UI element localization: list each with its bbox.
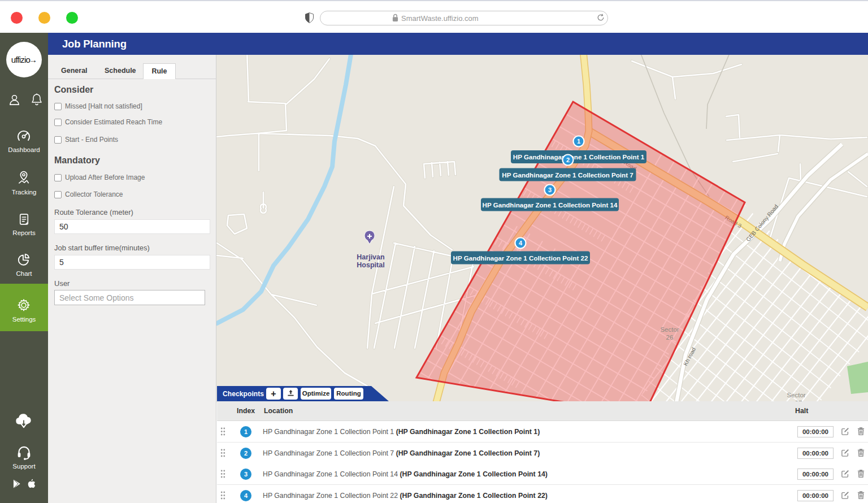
- svg-text:3: 3: [548, 187, 552, 193]
- svg-text:HP Gandhinagar Zone 1 Collecti: HP Gandhinagar Zone 1 Collection Point 1…: [483, 201, 618, 209]
- svg-text:Sector: Sector: [787, 392, 805, 398]
- svg-text:Sector: Sector: [660, 326, 679, 333]
- svg-text:Hospital: Hospital: [357, 261, 384, 269]
- svg-text:26: 26: [666, 334, 674, 341]
- svg-text:HP Gandhinagar Zone 1 Collecti: HP Gandhinagar Zone 1 Collection Point 1: [513, 153, 645, 161]
- svg-text:HP Gandhinagar Zone 1 Collecti: HP Gandhinagar Zone 1 Collection Point 2…: [453, 254, 588, 262]
- svg-text:2: 2: [566, 157, 570, 163]
- svg-text:1: 1: [577, 138, 580, 145]
- svg-text:Harjivan: Harjivan: [357, 253, 384, 261]
- svg-text:HP Gandhinagar Zone 1 Collecti: HP Gandhinagar Zone 1 Collection Point 7: [502, 171, 633, 179]
- svg-text:4: 4: [519, 240, 523, 246]
